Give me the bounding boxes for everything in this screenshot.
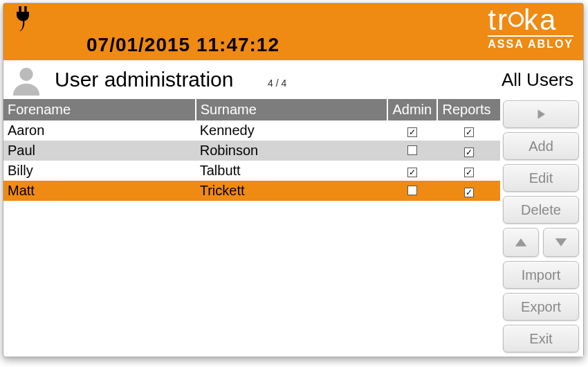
cell-reports	[437, 181, 500, 201]
cell-admin	[387, 120, 437, 141]
col-reports[interactable]: Reports	[437, 99, 500, 120]
reports-checkbox[interactable]	[464, 168, 474, 177]
delete-button[interactable]: Delete	[503, 196, 579, 224]
power-plug-icon	[13, 6, 33, 31]
table-row[interactable]: BillyTalbutt	[3, 161, 500, 181]
export-button[interactable]: Export	[503, 293, 579, 321]
table-row[interactable]: PaulRobinson	[3, 141, 500, 161]
admin-checkbox[interactable]	[407, 186, 417, 195]
move-down-button[interactable]	[543, 228, 579, 257]
cell-admin	[387, 181, 437, 201]
col-admin[interactable]: Admin	[387, 99, 437, 120]
cell-admin	[387, 161, 437, 181]
reports-checkbox[interactable]	[464, 188, 474, 197]
datetime: 07/01/2015 11:47:12	[86, 34, 279, 56]
table-row[interactable]: MattTrickett	[3, 181, 500, 201]
cell-surname: Talbutt	[196, 161, 388, 181]
title-row: User administration 4 / 4 All Users	[3, 60, 583, 99]
cell-surname: Robinson	[196, 141, 388, 161]
page-title: User administration	[55, 68, 255, 91]
main-panel: Forename Surname Admin Reports AaronKenn…	[3, 99, 500, 357]
users-table: Forename Surname Admin Reports AaronKenn…	[3, 99, 500, 201]
admin-checkbox[interactable]	[407, 168, 417, 177]
exit-button[interactable]: Exit	[503, 325, 579, 352]
filter-label: All Users	[391, 69, 583, 91]
cell-admin	[387, 141, 437, 161]
user-icon	[10, 64, 42, 96]
content-area: Forename Surname Admin Reports AaronKenn…	[3, 99, 583, 357]
cell-reports	[437, 120, 500, 141]
svg-point-0	[19, 68, 33, 81]
table-body: AaronKennedyPaulRobinsonBillyTalbuttMatt…	[3, 120, 500, 201]
app-window: 07/01/2015 11:47:12 trka ASSA ABLOY User…	[3, 3, 584, 357]
edit-button[interactable]: Edit	[503, 164, 579, 192]
table-row[interactable]: AaronKennedy	[3, 120, 500, 141]
record-counter: 4 / 4	[268, 71, 378, 89]
cell-forename: Billy	[3, 161, 196, 181]
cell-surname: Trickett	[196, 181, 388, 201]
brand-bottom: ASSA ABLOY	[488, 35, 573, 51]
move-up-button[interactable]	[503, 228, 539, 257]
add-button[interactable]: Add	[503, 132, 579, 160]
admin-checkbox[interactable]	[407, 145, 417, 155]
arrow-down-icon	[554, 235, 568, 249]
cell-reports	[437, 161, 500, 181]
cell-forename: Aaron	[3, 120, 196, 141]
cell-forename: Paul	[3, 141, 196, 161]
header-bar: 07/01/2015 11:47:12 trka ASSA ABLOY	[3, 3, 583, 60]
cell-surname: Kennedy	[196, 120, 388, 141]
cell-forename: Matt	[3, 181, 196, 201]
brand-logo: trka ASSA ABLOY	[488, 6, 573, 51]
arrow-up-icon	[514, 235, 528, 249]
brand-top: trka	[488, 6, 573, 34]
col-surname[interactable]: Surname	[196, 99, 388, 120]
play-icon	[535, 108, 547, 120]
import-button[interactable]: Import	[503, 261, 579, 289]
reports-checkbox[interactable]	[464, 127, 474, 137]
next-page-button[interactable]	[503, 100, 579, 128]
col-forename[interactable]: Forename	[3, 99, 196, 120]
cell-reports	[437, 141, 500, 161]
sidebar: Add Edit Delete Import Export Exit	[500, 99, 583, 357]
reports-checkbox[interactable]	[464, 147, 474, 157]
table-header-row: Forename Surname Admin Reports	[3, 99, 500, 120]
admin-checkbox[interactable]	[407, 127, 417, 137]
